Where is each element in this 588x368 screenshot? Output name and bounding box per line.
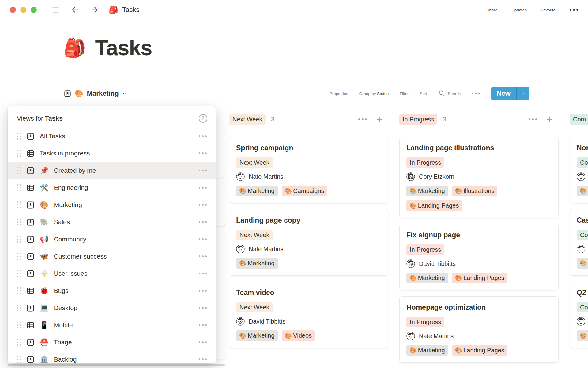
column-more-icon[interactable] xyxy=(529,118,537,120)
view-toolbar: 🎨 Marketing Properties Group by Status F… xyxy=(64,86,529,101)
task-card[interactable]: Landing page illustrations In Progress C… xyxy=(399,137,559,218)
card-status-badge: In Progress xyxy=(406,244,444,255)
share-button[interactable]: Share xyxy=(487,8,498,12)
forward-arrow-icon[interactable] xyxy=(89,4,100,15)
view-list-item-community[interactable]: 📢 Community xyxy=(8,231,216,248)
task-card[interactable]: Cas Con N 🎨 M xyxy=(570,209,588,276)
tag-label: Videos xyxy=(293,332,312,339)
view-item-more-icon[interactable] xyxy=(199,152,207,154)
drag-handle-icon[interactable] xyxy=(17,201,21,209)
view-list-item-tasks-in-progress[interactable]: Tasks in progress xyxy=(8,145,216,162)
drag-handle-icon[interactable] xyxy=(17,356,21,363)
breadcrumb[interactable]: 🎒 Tasks xyxy=(109,6,139,14)
new-button[interactable]: New xyxy=(491,87,529,100)
card-title: Landing page copy xyxy=(236,216,381,224)
view-item-label: Bugs xyxy=(54,287,69,294)
view-item-more-icon[interactable] xyxy=(199,238,207,240)
zoom-window-button[interactable] xyxy=(31,7,37,13)
drag-handle-icon[interactable] xyxy=(17,133,21,140)
view-options-icon[interactable] xyxy=(472,93,480,94)
board-view-icon xyxy=(26,167,35,175)
view-list-item-customer-success[interactable]: 🦋 Customer success xyxy=(8,248,216,265)
task-card[interactable]: Landing page copy Next Week Nate Martins… xyxy=(229,209,388,276)
view-list-item-mobile[interactable]: 📱 Mobile xyxy=(8,316,216,334)
view-item-more-icon[interactable] xyxy=(199,170,207,171)
close-window-button[interactable] xyxy=(10,7,16,13)
board-view-icon xyxy=(26,235,35,243)
drag-handle-icon[interactable] xyxy=(17,236,21,243)
sort-button[interactable]: Sort xyxy=(420,91,427,96)
card-status-badge: Next Week xyxy=(236,157,273,168)
search-icon xyxy=(438,90,445,98)
view-item-more-icon[interactable] xyxy=(199,341,207,343)
back-arrow-icon[interactable] xyxy=(70,4,81,15)
card-status-badge: Con xyxy=(577,230,588,240)
drag-handle-icon[interactable] xyxy=(17,305,21,312)
minimize-window-button[interactable] xyxy=(20,7,26,13)
card-title: Cas xyxy=(577,216,588,224)
backpack-icon[interactable]: 🎒 xyxy=(64,39,86,57)
task-card[interactable]: Team video Next Week David Tibbitts 🎨 Ma… xyxy=(229,282,388,348)
task-card[interactable]: Spring campaign Next Week Nate Martins 🎨… xyxy=(229,137,388,203)
view-switcher[interactable]: 🎨 Marketing xyxy=(64,90,127,98)
view-list-item-sales[interactable]: 🐘 Sales xyxy=(8,213,216,231)
task-card[interactable]: Fix signup page In Progress David Tibbit… xyxy=(399,224,559,290)
view-item-more-icon[interactable] xyxy=(199,358,207,360)
view-item-more-icon[interactable] xyxy=(199,187,207,189)
column-more-icon[interactable] xyxy=(358,118,367,120)
avatar xyxy=(406,259,415,268)
view-list-item-user-issues[interactable]: 🌩️ User issues xyxy=(8,265,216,282)
view-item-more-icon[interactable] xyxy=(199,307,207,309)
drag-handle-icon[interactable] xyxy=(17,339,21,346)
drag-handle-icon[interactable] xyxy=(17,253,21,260)
filter-button[interactable]: Filter xyxy=(400,91,409,96)
view-item-more-icon[interactable] xyxy=(199,135,207,137)
drag-handle-icon[interactable] xyxy=(17,219,21,226)
tag: 🎨 M xyxy=(577,330,588,341)
view-list-item-backlog[interactable]: 🏛️ Backlog xyxy=(8,351,216,363)
view-item-label: Backlog xyxy=(54,356,77,363)
new-dropdown-chevron-icon[interactable] xyxy=(517,91,529,96)
sidebar-menu-icon[interactable] xyxy=(50,5,61,15)
favorite-button[interactable]: Favorite xyxy=(541,8,556,12)
view-list-item-triage[interactable]: ⛑️ Triage xyxy=(8,334,216,351)
properties-button[interactable]: Properties xyxy=(330,91,348,96)
add-card-icon[interactable] xyxy=(545,114,555,125)
tag-label: Campaigns xyxy=(293,187,324,194)
board-horizontal-scrollbar[interactable] xyxy=(8,364,225,366)
drag-handle-icon[interactable] xyxy=(17,287,21,294)
view-item-more-icon[interactable] xyxy=(199,221,207,223)
tag-label: Marketing xyxy=(248,332,275,339)
add-card-icon[interactable] xyxy=(374,114,385,125)
view-item-more-icon[interactable] xyxy=(199,290,207,292)
view-list-item-engineering[interactable]: 🛠️ Engineering xyxy=(8,179,216,196)
view-item-more-icon[interactable] xyxy=(199,255,207,257)
view-item-more-icon[interactable] xyxy=(199,324,207,326)
view-list-item-desktop[interactable]: 💻 Desktop xyxy=(8,299,216,316)
view-list-item-all-tasks[interactable]: All Tasks xyxy=(8,128,216,145)
updates-button[interactable]: Updates xyxy=(511,8,527,12)
task-card[interactable]: Non Con C 🎨 M xyxy=(570,137,588,203)
drag-handle-icon[interactable] xyxy=(17,167,21,174)
drag-handle-icon[interactable] xyxy=(17,150,21,157)
task-card[interactable]: Q2 r Con B 🎨 M xyxy=(570,282,588,348)
task-card[interactable]: Homepage optimization In Progress Nate M… xyxy=(399,296,559,363)
column-status-badge[interactable]: Com xyxy=(570,114,588,125)
drag-handle-icon[interactable] xyxy=(17,184,21,191)
view-item-label: Created by me xyxy=(54,167,96,174)
view-item-more-icon[interactable] xyxy=(199,204,207,206)
search-button[interactable]: Search xyxy=(438,90,461,98)
tag-label: Illustrations xyxy=(463,187,494,194)
column-status-badge[interactable]: In Progress xyxy=(399,114,437,125)
drag-handle-icon[interactable] xyxy=(17,322,21,329)
column-status-badge[interactable]: Next Week xyxy=(229,114,266,125)
help-icon[interactable]: ? xyxy=(199,114,207,123)
more-icon[interactable] xyxy=(570,9,578,11)
view-list-item-created-by-me[interactable]: 📌 Created by me xyxy=(8,162,216,179)
group-by-button[interactable]: Group by Status xyxy=(359,91,389,96)
view-list-item-marketing[interactable]: 🎨 Marketing xyxy=(8,196,216,213)
view-item-more-icon[interactable] xyxy=(199,273,207,274)
drag-handle-icon[interactable] xyxy=(17,270,21,277)
card-status-badge: In Progress xyxy=(406,157,444,168)
view-list-item-bugs[interactable]: 🐞 Bugs xyxy=(8,282,216,299)
